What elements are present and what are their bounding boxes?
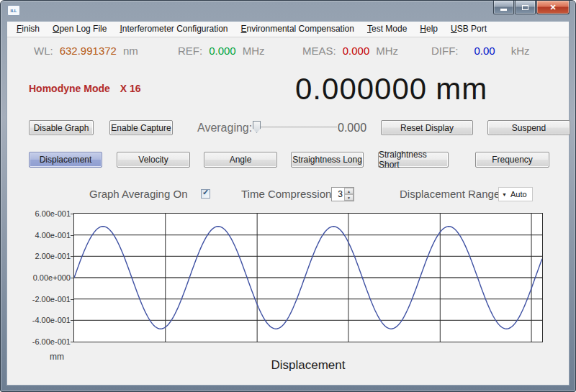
app-icon: ILL <box>7 5 20 16</box>
title-bar[interactable]: ILL ✕ <box>1 1 575 21</box>
menu-item-usb-port[interactable]: USB Port <box>444 22 493 37</box>
y-tick-label: -2.00e-001 <box>24 294 71 304</box>
mode-label: Homodyne Mode <box>29 83 110 94</box>
reading-ref: REF: 0.000 MHz <box>178 45 265 60</box>
tab-straightness-short[interactable]: Straightness Short <box>378 152 449 168</box>
reset-display-button[interactable]: Reset Display <box>381 120 473 135</box>
y-axis-unit: mm <box>35 352 79 362</box>
reading-label: DIFF: <box>431 45 459 57</box>
displacement-range-value: Auto <box>510 190 527 199</box>
spinner-arrows: ▲ ▼ <box>344 188 354 201</box>
averaging-slider-thumb[interactable] <box>253 121 261 133</box>
spin-down-button[interactable]: ▼ <box>344 194 354 201</box>
menu-item-test-mode[interactable]: Test Mode <box>361 22 413 37</box>
graph-averaging-checkbox[interactable]: ✓ <box>201 189 210 199</box>
main-display-value: 0.000000 <box>295 72 427 106</box>
reading-label: WL: <box>34 45 53 57</box>
y-tick-label: 0.00e+000 <box>24 273 71 283</box>
y-tick-label: -4.00e-001 <box>24 315 71 325</box>
disable-graph-button[interactable]: Disable Graph <box>29 120 94 135</box>
client-area: FinishOpen Log FileInterferometer Config… <box>6 21 570 386</box>
y-tick-label: -6.00e-001 <box>24 337 71 347</box>
reading-meas: MEAS: 0.000 MHz <box>302 45 398 60</box>
chart-caption: Displacement <box>73 358 543 373</box>
maximize-icon <box>522 5 528 10</box>
y-axis-labels: 6.00e-0014.00e-0012.00e-0010.00e+000-2.0… <box>24 214 71 342</box>
mode-multiplier: X 16 <box>120 83 141 94</box>
reading-unit: MHz <box>243 45 265 57</box>
tab-straightness-long[interactable]: Straightness Long <box>291 152 364 168</box>
app-window: ILL ✕ FinishOpen Log FileInterferometer … <box>0 0 576 392</box>
time-compression-value[interactable]: 3 <box>332 188 344 201</box>
reading-value: 632.991372 <box>60 45 117 57</box>
reading-unit: MHz <box>376 45 398 57</box>
displacement-range-label: Displacement Range <box>400 188 500 200</box>
chevron-down-icon: ▼ <box>502 192 507 197</box>
averaging-slider-track[interactable] <box>255 127 337 128</box>
reading-diff: DIFF: 0.00 kHz <box>431 45 530 60</box>
menu-item-interferometer-configuration[interactable]: Interferometer Configuration <box>113 22 234 37</box>
enable-capture-button[interactable]: Enable Capture <box>109 120 173 135</box>
graph-averaging-label: Graph Averaging On <box>89 188 187 200</box>
reading-value: 0.00 <box>474 45 495 57</box>
menubar: FinishOpen Log FileInterferometer Config… <box>7 22 569 37</box>
averaging-value: 0.000 <box>338 122 366 135</box>
suspend-button[interactable]: Suspend <box>487 120 570 135</box>
reading-wl: WL: 632.991372 nm <box>34 45 138 60</box>
chevron-down-icon: ▼ <box>347 196 351 200</box>
waveform-svg <box>74 214 542 342</box>
y-tick-label: 2.00e-001 <box>24 251 71 261</box>
reading-label: REF: <box>178 45 202 57</box>
time-compression-label: Time Compression <box>241 188 331 200</box>
check-mark: ✓ <box>202 188 209 197</box>
maximize-button[interactable] <box>515 1 536 14</box>
tab-frequency[interactable]: Frequency <box>475 152 549 168</box>
reading-label: MEAS: <box>302 45 336 57</box>
tab-velocity[interactable]: Velocity <box>117 152 190 168</box>
caption-buttons: ✕ <box>493 1 570 14</box>
minimize-button[interactable] <box>493 1 514 14</box>
main-display: 0.000000mm <box>295 72 487 106</box>
y-tick-label: 4.00e-001 <box>24 230 71 240</box>
reading-value: 0.000 <box>209 45 236 57</box>
reading-unit: nm <box>123 45 138 57</box>
tab-displacement[interactable]: Displacement <box>29 152 102 168</box>
close-icon: ✕ <box>549 4 556 12</box>
reading-value: 0.000 <box>343 45 370 57</box>
menu-item-finish[interactable]: Finish <box>10 22 46 37</box>
y-tick-label: 6.00e-001 <box>24 209 71 219</box>
displacement-range-dropdown[interactable]: ▼ Auto <box>498 187 533 201</box>
tab-angle[interactable]: Angle <box>204 152 277 168</box>
main-display-unit: mm <box>436 72 487 106</box>
close-button[interactable]: ✕ <box>536 1 570 14</box>
menu-item-environmental-compensation[interactable]: Environmental Compensation <box>235 22 361 37</box>
waveform-plot <box>73 213 543 342</box>
chevron-up-icon: ▲ <box>347 189 351 193</box>
menu-item-open-log-file[interactable]: Open Log File <box>46 22 113 37</box>
reading-unit: kHz <box>511 45 530 57</box>
mode-indicator: Homodyne Mode X 16 <box>29 83 140 94</box>
time-compression-spinner[interactable]: 3 ▲ ▼ <box>331 187 354 201</box>
minimize-icon <box>500 9 507 11</box>
menu-item-help[interactable]: Help <box>413 22 444 37</box>
averaging-label: Averaging: <box>197 122 252 135</box>
spin-up-button[interactable]: ▲ <box>344 188 354 194</box>
